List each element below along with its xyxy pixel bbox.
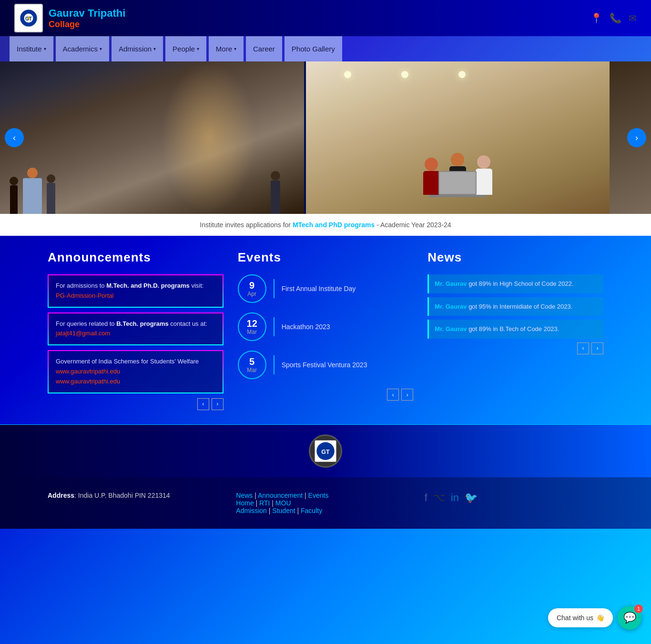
announcements-next-button[interactable]: › [212, 398, 224, 410]
college-name: Gaurav Tripathi Collage [49, 7, 125, 30]
phone-icon[interactable]: 📞 [610, 12, 621, 24]
footer-sep-6: | [297, 507, 301, 514]
news-nav: ‹ › [427, 342, 603, 354]
college-name-sub: Collage [49, 20, 125, 30]
news-next-button[interactable]: › [591, 342, 603, 354]
events-next-button[interactable]: › [401, 389, 413, 401]
nav-admission-arrow: ▾ [153, 46, 156, 51]
nav-more[interactable]: More ▾ [209, 36, 244, 61]
footer-link-faculty[interactable]: Faculty [301, 507, 322, 514]
announcement-item-1: For admissions to M.Tech. and Ph.D. prog… [48, 274, 224, 308]
header: GT Gaurav Tripathi Collage 📍 📞 ✉ [0, 0, 651, 36]
announcement-text-before: Institute invites applications for [200, 221, 293, 229]
announcement-2-link[interactable]: jatajt41@gmail.com [56, 330, 110, 337]
nav-career[interactable]: Career [246, 36, 282, 61]
footer-link-events[interactable]: Events [308, 492, 329, 499]
announcement-3-text: Government of India Schemes for Students… [56, 358, 199, 365]
chat-button[interactable]: 💬 1 [618, 606, 641, 630]
footer-link-rti[interactable]: RTI [259, 499, 270, 507]
announcement-2-text: For queries related to B.Tech. programs … [56, 320, 207, 327]
footer-link-mou[interactable]: MOU [275, 499, 291, 507]
carousel-next-button[interactable]: › [627, 128, 646, 147]
nav-more-arrow: ▾ [234, 46, 236, 51]
nav-people-label: People [173, 45, 195, 53]
news-2-text: got 95% in Intermidiate of Code 2023. [467, 303, 573, 310]
logo-area: GT Gaurav Tripathi Collage [14, 4, 125, 32]
announcement-3-link-2[interactable]: www.gauravtripathi.edu [56, 378, 120, 385]
nav-people[interactable]: People ▾ [165, 36, 206, 61]
event-3-circle: 5 Mar [238, 351, 266, 379]
footer-address: Address: India U.P. Bhadohi PIN 221314 [48, 492, 226, 499]
facebook-icon[interactable]: f [425, 492, 427, 504]
nav-admission[interactable]: Admission ▾ [112, 36, 163, 61]
footer-address-label: Address [48, 492, 74, 499]
footer-links-row-1: News | Announcement | Events [236, 492, 415, 499]
nav-institute-label: Institute [17, 45, 42, 53]
announcement-3-link-1[interactable]: www.gauravtripathi.edu [56, 368, 120, 375]
footer-link-student[interactable]: Student [272, 507, 295, 514]
footer-sep-4: | [272, 499, 275, 507]
email-icon[interactable]: ✉ [629, 12, 637, 24]
news-3-name: Mr. Gaurav [435, 325, 467, 332]
event-1-day: 9 [249, 280, 254, 291]
news-1-text: got 89% in High School of Code 2022. [467, 280, 574, 287]
github-icon[interactable]: ⌥ [433, 492, 445, 504]
event-2-label: Hackathon 2023 [282, 323, 330, 331]
nav-admission-label: Admission [119, 45, 152, 53]
nav-institute[interactable]: Institute ▾ [10, 36, 53, 61]
news-prev-button[interactable]: ‹ [577, 342, 589, 354]
event-1-circle: 9 Apr [238, 274, 266, 303]
nav-photo-gallery[interactable]: Photo Gallery [285, 36, 342, 61]
news-item-2: Mr. Gaurav got 95% in Intermidiate of Co… [427, 297, 603, 316]
nav-institute-arrow: ▾ [44, 46, 46, 51]
chat-bubble[interactable]: Chat with us 👋 [548, 608, 613, 627]
footer-logo-svg: GT [314, 439, 337, 463]
news-3-text: got 89% in B.Tech of Code 2023. [467, 325, 559, 332]
footer-link-news[interactable]: News [236, 492, 253, 499]
news-2-name: Mr. Gaurav [435, 303, 467, 310]
announcements-title: Announcements [48, 250, 224, 265]
news-item-3: Mr. Gaurav got 89% in B.Tech of Code 202… [427, 320, 603, 339]
footer-link-home[interactable]: Home [236, 499, 254, 507]
event-item-2: 12 Mar Hackathon 2023 [238, 312, 414, 341]
event-2-day: 12 [247, 318, 257, 329]
news-item-1: Mr. Gaurav got 89% in High School of Cod… [427, 274, 603, 293]
svg-text:GT: GT [25, 16, 32, 21]
announcements-section: Announcements For admissions to M.Tech. … [48, 250, 224, 410]
footer-sep-1: | [254, 492, 258, 499]
carousel-panel-2 [306, 61, 610, 214]
logo-svg: GT [19, 9, 38, 28]
footer-links-section: News | Announcement | Events Home | RTI … [236, 492, 415, 514]
announcements-prev-button[interactable]: ‹ [197, 398, 209, 410]
announcement-highlight[interactable]: MTech and PhD programs [293, 221, 375, 229]
twitter-icon[interactable]: 🐦 [465, 492, 478, 504]
footer-links-row-3: Admission | Student | Faculty [236, 507, 415, 514]
footer-logo-row: GT [0, 424, 651, 477]
svg-text:GT: GT [321, 449, 330, 455]
footer-link-announcement[interactable]: Announcement [258, 492, 303, 499]
event-1-label: First Annual Institute Day [282, 285, 356, 292]
event-item-3: 5 Mar Sports Festival Ventura 2023 [238, 351, 414, 379]
nav-career-label: Career [253, 45, 275, 53]
footer-sep-3: | [256, 499, 260, 507]
footer-link-admission[interactable]: Admission [236, 507, 267, 514]
linkedin-icon[interactable]: in [451, 492, 459, 504]
event-2-month: Mar [247, 329, 257, 335]
header-icons: 📍 📞 ✉ [590, 12, 637, 24]
footer-social: f ⌥ in 🐦 [425, 492, 603, 504]
chat-emoji: 👋 [596, 614, 604, 622]
footer-sep-2: | [305, 492, 308, 499]
footer-address-section: Address: India U.P. Bhadohi PIN 221314 [48, 492, 226, 499]
carousel-prev-button[interactable]: ‹ [5, 128, 24, 147]
events-section: Events 9 Apr First Annual Institute Day … [238, 250, 414, 410]
events-prev-button[interactable]: ‹ [387, 389, 399, 401]
footer: Address: India U.P. Bhadohi PIN 221314 N… [0, 477, 651, 529]
nav-academics[interactable]: Academics ▾ [56, 36, 109, 61]
location-icon[interactable]: 📍 [590, 12, 602, 24]
footer-address-value: : India U.P. Bhadohi PIN 221314 [74, 492, 170, 499]
news-title: News [427, 250, 603, 265]
main-content: Announcements For admissions to M.Tech. … [0, 236, 651, 424]
event-3-label: Sports Festival Ventura 2023 [282, 361, 367, 369]
logo-badge: GT [14, 4, 43, 32]
announcement-1-link[interactable]: PG-Admission-Portal [56, 292, 113, 299]
